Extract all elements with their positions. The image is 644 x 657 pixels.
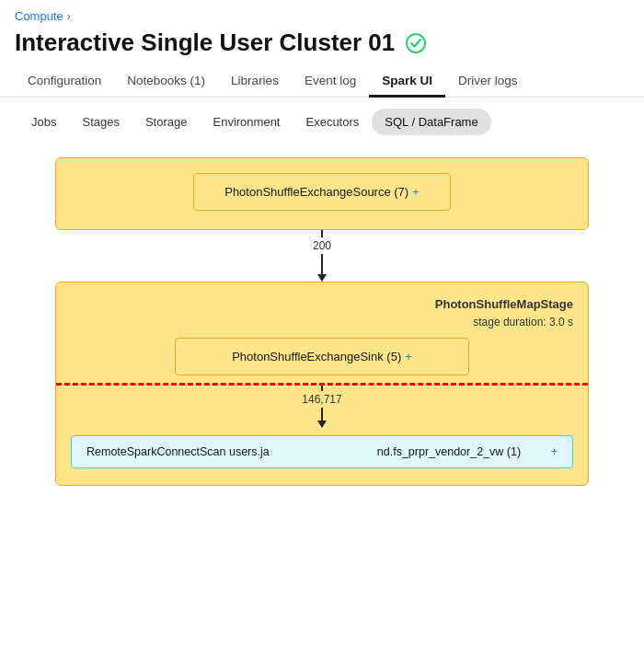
tab-event-log[interactable]: Event log	[292, 66, 369, 98]
arrow-line-mid	[321, 254, 323, 274]
scan-text-left: RemoteSparkConnectScan users.ja	[86, 445, 270, 458]
stage-label-row: PhotonShuffleMapStage stage duration: 3.…	[71, 295, 573, 330]
dag-node-photon-shuffle-source[interactable]: PhotonShuffleExchangeSource (7)+	[193, 173, 451, 211]
page-title-row: Interactive Single User Cluster 01	[0, 25, 644, 66]
arrow-down-icon	[317, 274, 327, 282]
tab-configuration[interactable]: Configuration	[15, 66, 114, 98]
tab-notebooks[interactable]: Notebooks (1)	[114, 66, 218, 98]
red-dash-area	[71, 383, 573, 386]
dag-node-photon-shuffle-sink[interactable]: PhotonShuffleExchangeSink (5)+	[175, 338, 469, 375]
dag-arrow-top: 200	[313, 230, 331, 282]
scan-text-fade	[295, 445, 351, 458]
tab-jobs[interactable]: Jobs	[18, 109, 69, 135]
breadcrumb-link[interactable]: Compute	[15, 9, 63, 23]
tab-environment[interactable]: Environment	[201, 109, 293, 135]
tab-storage[interactable]: Storage	[132, 109, 201, 135]
tab-libraries[interactable]: Libraries	[218, 66, 292, 98]
arrow-label-146717: 146,717	[302, 393, 341, 406]
tab-stages[interactable]: Stages	[69, 109, 132, 135]
tab-sql-dataframe[interactable]: SQL / DataFrame	[372, 109, 490, 135]
status-active-icon	[404, 31, 428, 55]
scan-text-right: nd.fs_prpr_vendor_2_vw (1)	[377, 445, 521, 458]
dag-outer-top-container: PhotonShuffleExchangeSource (7)+	[55, 157, 589, 230]
nav-tabs-top: Configuration Notebooks (1) Libraries Ev…	[0, 66, 644, 98]
tab-spark-ui[interactable]: Spark UI	[369, 66, 445, 98]
page-title: Interactive Single User Cluster 01	[15, 29, 395, 57]
tab-driver-logs[interactable]: Driver logs	[445, 66, 531, 98]
svg-point-0	[407, 34, 425, 52]
stage-title: PhotonShuffleMapStage	[435, 295, 573, 314]
red-dash-line	[56, 383, 588, 386]
dag-container: PhotonShuffleExchangeSource (7)+ 200 Pho…	[18, 150, 626, 493]
arrow-label-200: 200	[313, 239, 331, 252]
dag-arrow-mid: 146,717	[302, 386, 341, 428]
breadcrumb-chevron-icon: ›	[67, 10, 71, 23]
dag-node-remote-spark-scan[interactable]: RemoteSparkConnectScan users.ja nd.fs_pr…	[71, 435, 573, 468]
stage-subtitle: stage duration: 3.0 s	[435, 314, 573, 330]
stage-label: PhotonShuffleMapStage stage duration: 3.…	[435, 295, 573, 330]
arrow-down-mid-icon	[317, 421, 327, 428]
arrow-line-top	[321, 230, 323, 237]
dag-stage-container: PhotonShuffleMapStage stage duration: 3.…	[55, 282, 589, 486]
main-content: PhotonShuffleExchangeSource (7)+ 200 Pho…	[0, 135, 644, 508]
breadcrumb: Compute ›	[0, 0, 644, 25]
nav-tabs-spark: Jobs Stages Storage Environment Executor…	[0, 98, 644, 135]
stage-inner: PhotonShuffleExchangeSink (5)+ 146,717 R…	[71, 338, 573, 468]
tab-executors[interactable]: Executors	[293, 109, 372, 135]
